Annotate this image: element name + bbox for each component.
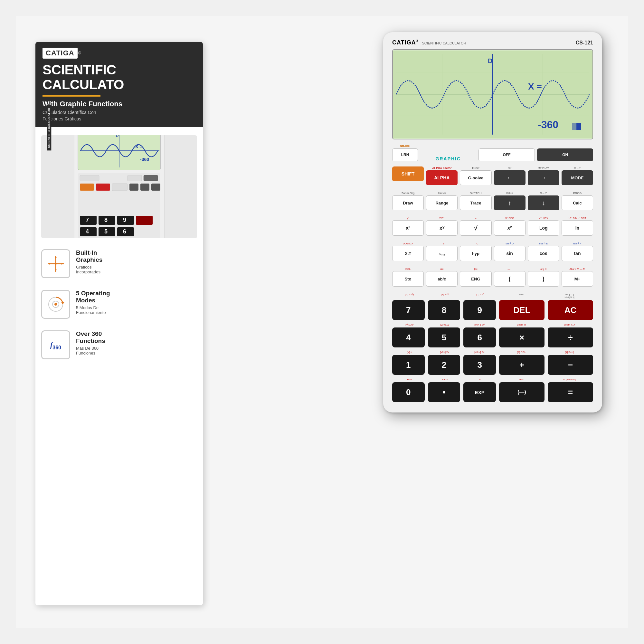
btn-on[interactable]: ON	[537, 148, 593, 161]
btn-exp[interactable]: EXP	[463, 382, 496, 402]
btn-cos[interactable]: cos	[528, 246, 559, 261]
btn-1[interactable]: 1	[392, 355, 425, 375]
btn-rparen[interactable]: )	[528, 271, 559, 287]
btn-x2[interactable]: x²	[494, 220, 526, 236]
feature-graphics-es: GráficosIncorporados	[76, 265, 102, 274]
btn-tan[interactable]: tan	[562, 246, 593, 261]
svg-rect-14	[129, 184, 138, 191]
btn-mode[interactable]: MODE	[562, 170, 593, 185]
btn-ln[interactable]: ln	[562, 220, 593, 236]
btn-0[interactable]: 0	[392, 382, 425, 402]
btn-3[interactable]: 3	[463, 355, 496, 375]
btn-2[interactable]: 2	[428, 355, 460, 375]
btn-sqrt[interactable]: √	[460, 220, 491, 236]
btn-7[interactable]: 7	[392, 300, 425, 320]
btn-abc[interactable]: ab/c	[426, 271, 458, 287]
btn-right[interactable]: →	[528, 170, 559, 185]
row-shift: SHIFT ALPHA Factor ALPHA Funct G-solve C…	[392, 166, 593, 185]
btn-gsolve[interactable]: G-solve	[460, 170, 491, 185]
arg-label: arg X	[528, 268, 559, 270]
calc-brand-text: CATIGA® SCIENTIFIC CALCULATOR	[392, 39, 466, 46]
btn-eng[interactable]: ENG	[460, 271, 491, 287]
svg-rect-11	[80, 184, 94, 191]
calc-subtitle: SCIENTIFIC CALCULATOR	[422, 41, 466, 45]
row-0: 0 • EXP (—) =	[392, 382, 593, 402]
graphics-svg	[46, 254, 65, 273]
btn-5[interactable]: 5	[428, 327, 460, 347]
btn-log[interactable]: Log	[528, 220, 559, 236]
feature-functions-title: Over 360Functions	[76, 330, 105, 345]
btn-off[interactable]: OFF	[478, 148, 535, 161]
btn-del[interactable]: DEL	[499, 300, 545, 320]
btn-8[interactable]: 8	[428, 300, 460, 320]
xpow-label: Σ/Γ⁻	[426, 217, 458, 220]
btn-divide[interactable]: ÷	[548, 327, 593, 347]
modes-svg	[46, 295, 65, 314]
row456-labels: [ȳ] Σxy [y0n] Σy [y0n-] Σy² Zoom xf Zoom…	[392, 323, 593, 326]
screen-value: -360	[538, 119, 558, 130]
btn-x3[interactable]: x³	[392, 220, 424, 236]
btn-dot[interactable]: •	[428, 382, 460, 402]
btn-trace[interactable]: Trace	[460, 195, 491, 210]
btn-negate[interactable]: (—)	[499, 382, 545, 402]
btn-sto[interactable]: Sto	[392, 271, 424, 287]
svg-marker-33	[62, 263, 64, 265]
clr-label: Clr	[494, 166, 526, 170]
row-456: 4 5 6 × ÷	[392, 327, 593, 347]
sketch-label: SKETCH	[460, 192, 491, 195]
feature-graphics-title: Built-InGraphics	[76, 249, 102, 264]
mode-indicator: D	[488, 57, 492, 64]
svg-rect-49	[576, 123, 581, 130]
svg-text:8: 8	[104, 217, 108, 223]
btn-multiply[interactable]: ×	[499, 327, 545, 347]
btn-6[interactable]: 6	[463, 327, 496, 347]
btn-ac[interactable]: AC	[548, 300, 593, 320]
btn-range[interactable]: Range	[426, 195, 458, 210]
svg-marker-38	[61, 302, 65, 304]
btn-down[interactable]: ↓	[528, 195, 559, 210]
btn-mplus[interactable]: M+	[562, 271, 593, 287]
btn-hyp[interactable]: hyp	[460, 246, 491, 261]
btn-minus[interactable]: −	[548, 355, 593, 375]
rcl-label: RCL	[392, 268, 424, 270]
box-title: SCIENTIFIC CALCULATO	[43, 62, 196, 92]
btn-calc[interactable]: Calc	[562, 195, 593, 210]
svg-text:5: 5	[104, 228, 108, 235]
btn-xt[interactable]: X.T	[392, 246, 424, 261]
btn-equals[interactable]: =	[548, 382, 593, 402]
x1-label: X¹ DEC	[494, 217, 526, 220]
btn-sin[interactable]: sin	[494, 246, 526, 261]
feature-modes-text: 5 OperatingModes 5 Modos DeFuncionamient…	[76, 290, 110, 315]
xneg3-label: x⁻³ HEX	[528, 217, 559, 220]
btn-plus[interactable]: +	[499, 355, 545, 375]
btn-comma[interactable]: ○,,,	[426, 246, 458, 261]
funct-label: Funct	[460, 166, 491, 170]
btn-up[interactable]: ↑	[494, 195, 526, 210]
btn-draw[interactable]: Draw	[392, 195, 424, 210]
zoom-org-label: Zoom Org	[392, 192, 424, 195]
box-subtitle: With Graphic Functions	[43, 100, 196, 108]
svg-rect-50	[572, 123, 576, 130]
svg-point-40	[54, 303, 57, 306]
btn-left[interactable]: ←	[494, 170, 526, 185]
btn-shift[interactable]: SHIFT	[392, 166, 424, 181]
btn-4[interactable]: 4	[392, 327, 425, 347]
btn-9[interactable]: 9	[463, 300, 496, 320]
reg-symbol: ®	[78, 51, 81, 55]
i-label: — i	[494, 268, 526, 270]
btn-lrn[interactable]: LRN	[392, 148, 418, 161]
calc-header: CATIGA® SCIENTIFIC CALCULATOR CS-121	[392, 39, 593, 46]
cos-inv-label: cos⁻¹ E	[528, 242, 559, 245]
svg-text:X =: X =	[135, 144, 142, 149]
btn-xy[interactable]: xʸ	[426, 220, 458, 236]
screen-svg: D X = -360	[393, 50, 592, 139]
x-label: X =	[528, 81, 542, 91]
svg-rect-16	[151, 184, 160, 191]
graph-label: GRAPH	[392, 145, 418, 148]
btn-alpha[interactable]: ALPHA	[426, 170, 458, 185]
btn-lparen[interactable]: (	[494, 271, 526, 287]
svg-text:D: D	[116, 135, 119, 138]
side-label: SCIENTIFIC CALCULATOR	[47, 105, 51, 151]
sin-inv-label: sin⁻¹ D	[494, 242, 526, 245]
feature-functions: f360 Over 360Functions Más De 360Funcion…	[41, 330, 197, 359]
